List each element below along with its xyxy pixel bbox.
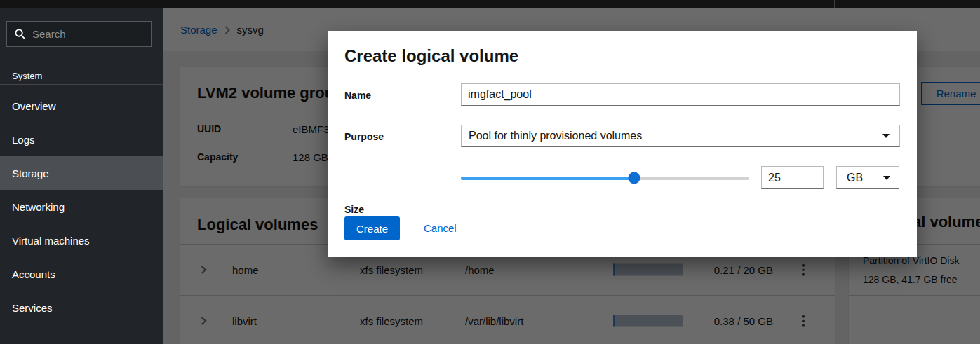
size-unit-select[interactable]: GB (836, 166, 899, 189)
name-field[interactable] (461, 83, 900, 106)
sidebar-divider (0, 84, 163, 85)
dropdown-caret-icon (883, 176, 890, 180)
masthead-divider (941, 0, 941, 8)
cancel-button[interactable]: Cancel (424, 222, 457, 234)
size-unit-selected-option: GB (847, 172, 863, 184)
dropdown-caret-icon (882, 134, 890, 138)
create-logical-volume-dialog: Create logical volume Name Purpose Pool … (328, 31, 917, 257)
purpose-select[interactable]: Pool for thinly provisioned volumes (461, 125, 900, 147)
cockpit-app: System Overview Logs Storage Networking … (0, 0, 980, 344)
sidebar-item-overview[interactable]: Overview (0, 89, 163, 123)
dialog-title: Create logical volume (344, 46, 518, 66)
size-slider[interactable] (461, 172, 749, 184)
sidebar-item-virtual-machines[interactable]: Virtual machines (0, 223, 163, 257)
purpose-label: Purpose (344, 131, 384, 142)
sidebar-section-label: System (12, 71, 42, 81)
size-value-field[interactable] (761, 166, 824, 189)
name-label: Name (344, 90, 371, 101)
sidebar-item-accounts[interactable]: Accounts (0, 257, 163, 291)
sidebar: System Overview Logs Storage Networking … (0, 8, 163, 344)
search-icon (15, 29, 25, 39)
sidebar-nav: Overview Logs Storage Networking Virtual… (0, 89, 163, 324)
masthead-divider (834, 0, 835, 8)
create-button[interactable]: Create (344, 216, 400, 240)
slider-fill (461, 177, 634, 180)
sidebar-item-services[interactable]: Services (0, 291, 163, 324)
sidebar-item-networking[interactable]: Networking (0, 190, 163, 223)
sidebar-item-logs[interactable]: Logs (0, 123, 163, 156)
search-input[interactable] (32, 28, 172, 40)
sidebar-search[interactable] (6, 21, 152, 47)
size-label: Size (344, 204, 364, 215)
slider-handle[interactable] (628, 172, 640, 184)
sidebar-item-storage[interactable]: Storage (0, 156, 163, 190)
purpose-selected-option: Pool for thinly provisioned volumes (469, 130, 642, 142)
masthead (0, 0, 980, 8)
